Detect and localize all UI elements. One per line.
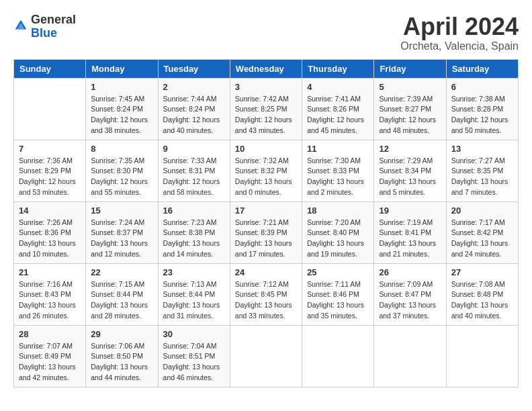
calendar-cell (14, 78, 86, 140)
calendar-cell: 11Sunrise: 7:30 AMSunset: 8:33 PMDayligh… (302, 140, 374, 201)
calendar-cell: 28Sunrise: 7:07 AMSunset: 8:49 PMDayligh… (14, 325, 86, 387)
day-info: Sunrise: 7:13 AMSunset: 8:44 PMDaylight:… (163, 279, 225, 322)
day-info: Sunrise: 7:27 AMSunset: 8:35 PMDaylight:… (451, 156, 513, 198)
day-number: 11 (307, 144, 369, 154)
header-area: General Blue April 2024 Orcheta, Valenci… (13, 13, 519, 52)
day-info: Sunrise: 7:07 AMSunset: 8:49 PMDaylight:… (19, 341, 81, 383)
day-number: 30 (163, 329, 225, 339)
calendar-cell: 10Sunrise: 7:32 AMSunset: 8:32 PMDayligh… (230, 140, 302, 201)
calendar-cell: 6Sunrise: 7:38 AMSunset: 8:28 PMDaylight… (446, 78, 518, 140)
day-info: Sunrise: 7:21 AMSunset: 8:39 PMDaylight:… (235, 218, 297, 260)
day-info: Sunrise: 7:16 AMSunset: 8:43 PMDaylight:… (19, 279, 81, 322)
day-number: 23 (163, 267, 225, 277)
day-info: Sunrise: 7:45 AMSunset: 8:24 PMDaylight:… (91, 94, 152, 136)
day-number: 2 (163, 82, 225, 92)
weekday-header-monday: Monday (86, 59, 158, 78)
day-info: Sunrise: 7:30 AMSunset: 8:33 PMDaylight:… (307, 156, 369, 198)
calendar-cell (374, 325, 446, 387)
day-info: Sunrise: 7:41 AMSunset: 8:26 PMDaylight:… (307, 94, 369, 136)
day-number: 28 (19, 329, 81, 339)
day-number: 17 (235, 205, 297, 216)
weekday-header-wednesday: Wednesday (230, 59, 302, 78)
day-number: 22 (91, 267, 152, 277)
day-info: Sunrise: 7:17 AMSunset: 8:42 PMDaylight:… (451, 218, 513, 260)
day-info: Sunrise: 7:29 AMSunset: 8:34 PMDaylight:… (379, 156, 441, 198)
day-number: 19 (379, 205, 441, 216)
calendar-cell: 27Sunrise: 7:08 AMSunset: 8:48 PMDayligh… (446, 263, 518, 325)
day-info: Sunrise: 7:19 AMSunset: 8:41 PMDaylight:… (379, 218, 441, 260)
day-info: Sunrise: 7:04 AMSunset: 8:51 PMDaylight:… (163, 341, 225, 383)
calendar-cell: 15Sunrise: 7:24 AMSunset: 8:37 PMDayligh… (86, 201, 158, 263)
calendar-cell: 1Sunrise: 7:45 AMSunset: 8:24 PMDaylight… (86, 78, 158, 140)
calendar-cell: 8Sunrise: 7:35 AMSunset: 8:30 PMDaylight… (86, 140, 158, 201)
day-number: 27 (451, 267, 513, 277)
calendar-cell: 7Sunrise: 7:36 AMSunset: 8:29 PMDaylight… (14, 140, 86, 201)
day-info: Sunrise: 7:20 AMSunset: 8:40 PMDaylight:… (307, 218, 369, 260)
day-number: 3 (235, 82, 297, 92)
day-number: 15 (91, 205, 152, 216)
day-info: Sunrise: 7:39 AMSunset: 8:27 PMDaylight:… (379, 94, 441, 136)
calendar-cell: 20Sunrise: 7:17 AMSunset: 8:42 PMDayligh… (446, 201, 518, 263)
calendar-table: SundayMondayTuesdayWednesdayThursdayFrid… (13, 59, 519, 387)
logo-general-text: General (31, 13, 76, 27)
day-info: Sunrise: 7:15 AMSunset: 8:44 PMDaylight:… (91, 279, 152, 322)
month-title: April 2024 (400, 13, 519, 40)
day-info: Sunrise: 7:26 AMSunset: 8:36 PMDaylight:… (19, 218, 81, 260)
calendar-cell: 13Sunrise: 7:27 AMSunset: 8:35 PMDayligh… (446, 140, 518, 201)
calendar-cell: 4Sunrise: 7:41 AMSunset: 8:26 PMDaylight… (302, 78, 374, 140)
calendar-cell (446, 325, 518, 387)
day-info: Sunrise: 7:32 AMSunset: 8:32 PMDaylight:… (235, 156, 297, 198)
calendar-cell: 3Sunrise: 7:42 AMSunset: 8:25 PMDaylight… (230, 78, 302, 140)
day-number: 4 (307, 82, 369, 92)
day-info: Sunrise: 7:11 AMSunset: 8:46 PMDaylight:… (307, 279, 369, 322)
day-number: 8 (91, 144, 152, 154)
day-number: 12 (379, 144, 441, 154)
title-area: April 2024 Orcheta, Valencia, Spain (400, 13, 519, 52)
day-number: 29 (91, 329, 152, 339)
day-number: 5 (379, 82, 441, 92)
calendar-cell: 17Sunrise: 7:21 AMSunset: 8:39 PMDayligh… (230, 201, 302, 263)
location-title: Orcheta, Valencia, Spain (400, 40, 519, 52)
calendar-cell: 18Sunrise: 7:20 AMSunset: 8:40 PMDayligh… (302, 201, 374, 263)
logo: General Blue (13, 13, 76, 40)
day-number: 21 (19, 267, 81, 277)
day-info: Sunrise: 7:08 AMSunset: 8:48 PMDaylight:… (451, 279, 513, 322)
calendar-cell: 2Sunrise: 7:44 AMSunset: 8:24 PMDaylight… (158, 78, 230, 140)
day-number: 25 (307, 267, 369, 277)
weekday-header-friday: Friday (374, 59, 446, 78)
calendar-cell: 19Sunrise: 7:19 AMSunset: 8:41 PMDayligh… (374, 201, 446, 263)
calendar-cell: 12Sunrise: 7:29 AMSunset: 8:34 PMDayligh… (374, 140, 446, 201)
day-number: 16 (163, 205, 225, 216)
day-info: Sunrise: 7:23 AMSunset: 8:38 PMDaylight:… (163, 218, 225, 260)
day-info: Sunrise: 7:09 AMSunset: 8:47 PMDaylight:… (379, 279, 441, 322)
calendar-cell: 9Sunrise: 7:33 AMSunset: 8:31 PMDaylight… (158, 140, 230, 201)
day-number: 10 (235, 144, 297, 154)
day-number: 26 (379, 267, 441, 277)
day-number: 9 (163, 144, 225, 154)
calendar-cell (302, 325, 374, 387)
day-number: 14 (19, 205, 81, 216)
calendar-cell: 24Sunrise: 7:12 AMSunset: 8:45 PMDayligh… (230, 263, 302, 325)
day-info: Sunrise: 7:38 AMSunset: 8:28 PMDaylight:… (451, 94, 513, 136)
logo-icon (13, 18, 28, 33)
weekday-header-tuesday: Tuesday (158, 59, 230, 78)
calendar-cell: 22Sunrise: 7:15 AMSunset: 8:44 PMDayligh… (86, 263, 158, 325)
day-number: 24 (235, 267, 297, 277)
calendar-cell: 25Sunrise: 7:11 AMSunset: 8:46 PMDayligh… (302, 263, 374, 325)
calendar-cell: 29Sunrise: 7:06 AMSunset: 8:50 PMDayligh… (86, 325, 158, 387)
day-number: 7 (19, 144, 81, 154)
weekday-header-thursday: Thursday (302, 59, 374, 78)
day-info: Sunrise: 7:33 AMSunset: 8:31 PMDaylight:… (163, 156, 225, 198)
logo-blue-text: Blue (31, 27, 76, 40)
calendar-cell: 21Sunrise: 7:16 AMSunset: 8:43 PMDayligh… (14, 263, 86, 325)
weekday-header-saturday: Saturday (446, 59, 518, 78)
day-info: Sunrise: 7:06 AMSunset: 8:50 PMDaylight:… (91, 341, 152, 383)
day-number: 13 (451, 144, 513, 154)
day-info: Sunrise: 7:44 AMSunset: 8:24 PMDaylight:… (163, 94, 225, 136)
day-number: 6 (451, 82, 513, 92)
calendar-cell: 14Sunrise: 7:26 AMSunset: 8:36 PMDayligh… (14, 201, 86, 263)
day-info: Sunrise: 7:35 AMSunset: 8:30 PMDaylight:… (91, 156, 152, 198)
calendar-cell: 26Sunrise: 7:09 AMSunset: 8:47 PMDayligh… (374, 263, 446, 325)
calendar-cell: 23Sunrise: 7:13 AMSunset: 8:44 PMDayligh… (158, 263, 230, 325)
day-number: 20 (451, 205, 513, 216)
